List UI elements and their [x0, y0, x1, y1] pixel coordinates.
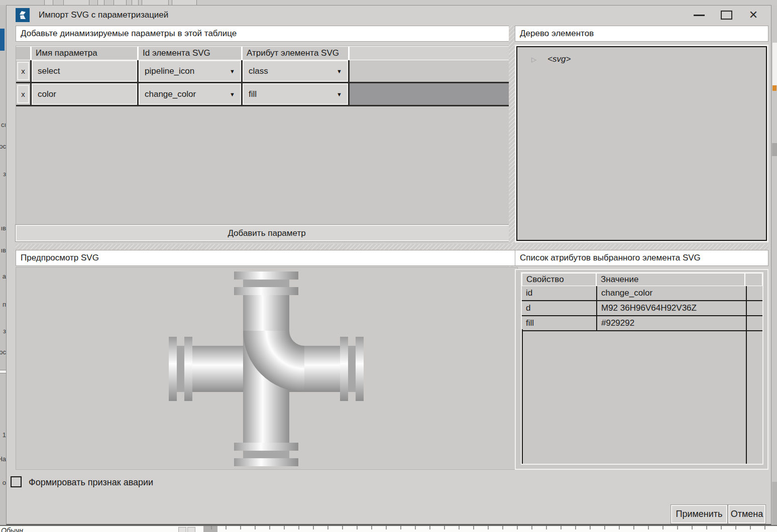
background-toolbar-fragment [114, 0, 127, 5]
attr-extra-cell [746, 316, 762, 330]
attr-property-cell: id [522, 286, 596, 300]
background-toolbar-fragment [132, 0, 139, 5]
attr-value-cell: #929292 [596, 316, 746, 330]
background-blue-fragment [0, 29, 5, 51]
delete-cell: x [16, 83, 30, 105]
attrs-table-gridline [746, 329, 747, 464]
attrs-panel-title: Список атрибутов выбранного элемента SVG [520, 253, 701, 263]
param-row-selected[interactable]: x change_color ▼ fill ▼ [16, 83, 517, 105]
param-name-input[interactable] [32, 60, 137, 82]
attribute-dropdown[interactable]: fill ▼ [243, 83, 348, 105]
params-panel-title: Добавьте динамизируемые параметры в этой… [21, 29, 237, 39]
attr-value-cell: change_color [596, 286, 746, 300]
attr-row[interactable]: d M92 36H96V64H92V36Z [522, 301, 762, 316]
background-toolbar-fragment [97, 0, 104, 5]
minimize-button[interactable] [692, 8, 707, 23]
pipe-cross-icon [166, 269, 367, 469]
col-header-attribute: Атрибут элемента SVG [243, 47, 348, 60]
apply-button[interactable]: Применить [671, 505, 727, 523]
delete-param-button[interactable]: x [17, 62, 29, 80]
attrs-panel-header: Список атрибутов выбранного элемента SVG [515, 250, 768, 266]
background-text-fragment: о [3, 479, 6, 486]
attribute-value: fill [249, 89, 257, 99]
background-text-fragment: 1 [3, 432, 6, 438]
background-text-fragment: ıв [1, 225, 6, 231]
background-text-fragment: На [0, 456, 6, 462]
add-param-button[interactable]: Добавить параметр [16, 225, 518, 241]
col-header-name: Имя параметра [32, 47, 137, 60]
background-fragment [772, 143, 777, 156]
element-id-value: change_color [145, 89, 196, 99]
background-right-strip [771, 5, 777, 525]
background-toolbar-fragment [142, 0, 169, 5]
close-icon: ✕ [749, 10, 758, 21]
background-fragment [772, 43, 777, 85]
background-text-fragment: а [3, 273, 6, 280]
attrs-table-header: Свойство Значение [522, 273, 762, 286]
title-bar[interactable]: Импорт SVG с параметризацией ✕ [7, 6, 771, 25]
tree-expander-icon[interactable]: ▷ [531, 56, 536, 63]
tree-item-label: <svg> [547, 54, 571, 64]
background-toolbar-fragment [44, 0, 53, 5]
svg-preview [16, 267, 518, 470]
param-row[interactable]: x pipeline_icon ▼ class ▼ [16, 60, 517, 82]
maximize-button[interactable] [719, 8, 734, 23]
close-button[interactable]: ✕ [746, 8, 761, 23]
background-toolbar-fragment [172, 0, 197, 5]
background-text-fragment: ос [0, 349, 6, 355]
background-fragment [772, 482, 777, 525]
row-filler-cell-selected [350, 83, 517, 105]
maximize-icon [721, 11, 732, 20]
background-text-fragment: ос [0, 143, 6, 150]
background-ruler [211, 526, 777, 529]
tree-panel-header: Дерево элементов [515, 26, 768, 42]
tree-panel-title: Дерево элементов [520, 29, 594, 39]
attribute-value: class [249, 66, 268, 76]
params-table-header: Имя параметра Id элемента SVG Атрибут эл… [16, 46, 517, 60]
background-toolbar-fragment [63, 0, 89, 5]
chevron-down-icon: ▼ [337, 91, 342, 97]
preview-panel-header: Предпросмотр SVG [16, 250, 518, 266]
params-table-empty-area [16, 106, 517, 220]
attrs-col-property: Свойство [522, 274, 596, 286]
col-header-element-id: Id элемента SVG [139, 47, 241, 60]
element-id-dropdown[interactable]: change_color ▼ [139, 83, 241, 105]
attrs-col-value: Значение [597, 274, 744, 286]
background-tab-label: Обычн [1, 526, 23, 532]
alarm-checkbox-text: Формировать признак аварии [29, 477, 153, 488]
background-left-strip: сı ос з ıв ıв а п з ос 1 На о [0, 5, 6, 525]
attr-row[interactable]: id change_color [522, 286, 762, 301]
alarm-checkbox[interactable] [11, 476, 22, 487]
params-table: Имя параметра Id элемента SVG Атрибут эл… [16, 46, 518, 225]
chevron-down-icon: ▼ [230, 91, 235, 97]
background-text-fragment: п [3, 301, 6, 308]
attr-extra-cell [746, 286, 762, 300]
window-title: Импорт SVG с параметризацией [39, 10, 168, 20]
cancel-button[interactable]: Отмена [728, 505, 765, 523]
delete-param-button[interactable]: x [17, 85, 29, 103]
tree-item-svg[interactable]: ▷ <svg> [531, 54, 571, 64]
element-tree-frame: ▷ <svg> [515, 45, 768, 242]
param-name-cell [32, 60, 137, 82]
element-tree[interactable]: ▷ <svg> [516, 46, 767, 241]
horizontal-splitter[interactable] [16, 244, 768, 250]
background-bottom-strip: Обычн [0, 525, 777, 532]
attr-property-cell: fill [522, 316, 596, 330]
chevron-down-icon: ▼ [337, 68, 342, 74]
background-top-strip [0, 0, 777, 5]
param-name-input[interactable] [32, 83, 137, 105]
cancel-button-label: Отмена [731, 509, 763, 519]
preview-panel-title: Предпросмотр SVG [21, 253, 99, 263]
background-orange-fragment [772, 85, 776, 91]
minimize-icon [694, 15, 705, 16]
attrs-col-extra [745, 274, 762, 286]
alarm-checkbox-label: Формировать признак аварии [29, 476, 153, 488]
app-icon [16, 8, 30, 22]
add-param-label: Добавить параметр [228, 228, 305, 238]
element-id-dropdown[interactable]: pipeline_icon ▼ [139, 60, 241, 82]
col-header-delete [16, 47, 30, 60]
background-divider-fragment [0, 370, 6, 373]
attribute-dropdown[interactable]: class ▼ [243, 60, 348, 82]
attr-value-cell: M92 36H96V64H92V36Z [596, 301, 746, 315]
attr-extra-cell [746, 301, 762, 315]
